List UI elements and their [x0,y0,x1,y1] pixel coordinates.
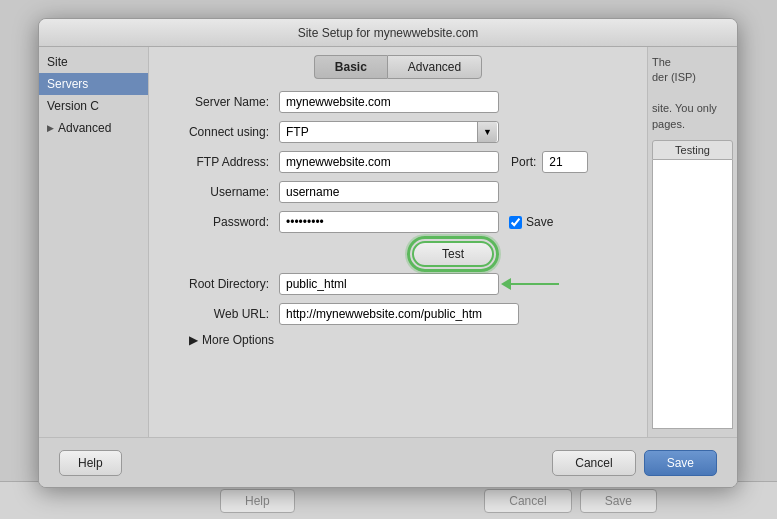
dialog-footer: Help Cancel Save [39,437,737,487]
right-panel-text: The der (ISP) site. You only pages. [652,55,733,132]
password-row: Password: Save [169,211,627,233]
connect-using-select[interactable]: FTP SFTP FTP/TLS [279,121,499,143]
dialog-title: Site Setup for mynewwebsite.com [298,26,479,40]
server-name-label: Server Name: [169,95,279,109]
bottom-cancel-button[interactable]: Cancel [484,489,571,513]
password-label: Password: [169,215,279,229]
tab-bar: Basic Advanced [149,47,647,79]
sidebar-item-advanced[interactable]: ▶ Advanced [39,117,148,139]
connect-using-row: Connect using: FTP SFTP FTP/TLS ▼ [169,121,627,143]
root-directory-label: Root Directory: [169,277,279,291]
username-row: Username: [169,181,627,203]
root-directory-row: Root Directory: [169,273,627,295]
bottom-help-button[interactable]: Help [220,489,295,513]
sidebar-item-version-label: Version C [47,99,99,113]
ftp-address-row: FTP Address: Port: [169,151,627,173]
more-options-toggle[interactable]: ▶ More Options [189,333,274,347]
root-row [279,273,559,295]
site-setup-dialog: Site Setup for mynewwebsite.com Site Ser… [38,18,738,488]
username-input[interactable] [279,181,499,203]
arrow-icon: ▶ [47,123,54,133]
port-input[interactable] [542,151,588,173]
right-text-4: pages. [652,118,685,130]
test-button-row: Test [279,241,627,267]
dialog-titlebar: Site Setup for mynewwebsite.com [39,19,737,47]
arrow-annotation [509,283,559,285]
more-options-label-text: More Options [202,333,274,347]
password-field-wrapper: Save [279,211,553,233]
save-checkbox-label: Save [509,215,553,229]
more-options-row: ▶ More Options [189,333,627,347]
ftp-address-input[interactable] [279,151,499,173]
web-url-row: Web URL: [169,303,627,325]
test-button-wrapper: Test [412,241,494,267]
footer-right: Cancel Save [552,450,717,476]
sidebar: Site Servers Version C ▶ Advanced [39,47,149,437]
server-name-row: Server Name: [169,91,627,113]
port-label: Port: [511,155,536,169]
connect-using-select-wrapper: FTP SFTP FTP/TLS ▼ [279,121,499,143]
help-button[interactable]: Help [59,450,122,476]
password-input[interactable] [279,211,499,233]
sidebar-item-site-label: Site [47,55,68,69]
more-options-arrow-icon: ▶ [189,333,198,347]
right-panel: The der (ISP) site. You only pages. Test… [647,47,737,437]
arrow-line [509,283,559,285]
sidebar-item-version-control[interactable]: Version C [39,95,148,117]
sidebar-item-servers-label: Servers [47,77,88,91]
sidebar-item-servers[interactable]: Servers [39,73,148,95]
web-url-label: Web URL: [169,307,279,321]
right-text-3: site. You only [652,102,717,114]
save-button[interactable]: Save [644,450,717,476]
save-checkbox[interactable] [509,216,522,229]
ftp-row: Port: [279,151,588,173]
right-text-1: The [652,56,671,68]
username-label: Username: [169,185,279,199]
main-content: Basic Advanced Server Name: Connect usin… [149,47,647,437]
web-url-input[interactable] [279,303,519,325]
bottom-save-button[interactable]: Save [580,489,657,513]
test-button[interactable]: Test [412,241,494,267]
footer-left: Help [59,450,122,476]
cancel-button[interactable]: Cancel [552,450,635,476]
server-name-input[interactable] [279,91,499,113]
save-label-text: Save [526,215,553,229]
testing-tab[interactable]: Testing [652,140,733,160]
root-directory-input[interactable] [279,273,499,295]
tab-advanced[interactable]: Advanced [387,55,482,79]
ftp-address-label: FTP Address: [169,155,279,169]
form-area: Server Name: Connect using: FTP SFTP FTP… [149,79,647,437]
testing-content [652,160,733,429]
sidebar-item-site[interactable]: Site [39,51,148,73]
right-text-2: der (ISP) [652,71,696,83]
connect-using-label: Connect using: [169,125,279,139]
sidebar-item-advanced-label: Advanced [58,121,111,135]
tab-basic[interactable]: Basic [314,55,387,79]
dialog-body: Site Servers Version C ▶ Advanced Basic … [39,47,737,437]
